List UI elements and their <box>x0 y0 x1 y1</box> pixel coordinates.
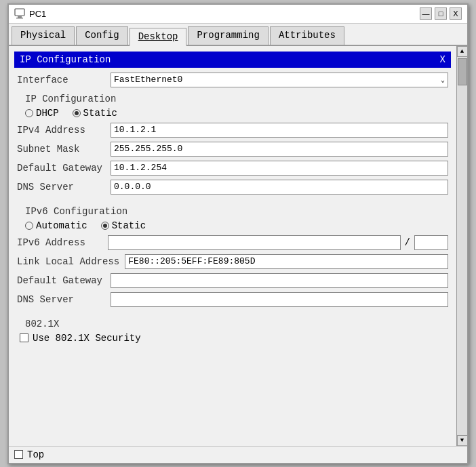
svg-rect-0 <box>15 9 24 16</box>
dns6-row: DNS Server <box>14 290 451 309</box>
pc-icon <box>14 8 25 19</box>
use-8021x-label: Use 802.1X Security <box>33 333 141 344</box>
interface-dropdown-arrow: ⌄ <box>441 76 445 84</box>
tab-desktop[interactable]: Desktop <box>130 28 187 46</box>
title-controls: — □ X <box>420 7 462 20</box>
section-ip-label: IP Configuration <box>14 89 451 106</box>
static6-radio[interactable]: Static <box>101 220 146 231</box>
interface-value: FastEthernet0 <box>114 75 182 85</box>
static6-label: Static <box>112 220 146 231</box>
use-8021x-row: Use 802.1X Security <box>14 331 451 346</box>
gateway-label: Default Gateway <box>17 163 105 174</box>
ip-config-close[interactable]: X <box>440 54 445 65</box>
ipv6-label: IPv6 Address <box>17 237 105 248</box>
dns-row: DNS Server <box>14 178 451 197</box>
static-radio-circle <box>73 109 81 117</box>
dhcp-radio[interactable]: DHCP <box>25 108 59 119</box>
section-ipv6-label: IPv6 Configuration <box>14 202 451 218</box>
ip-config-title: IP Configuration <box>20 54 111 65</box>
subnet-row: Subnet Mask <box>14 140 451 159</box>
interface-label: Interface <box>17 75 105 85</box>
use-8021x-checkbox[interactable] <box>20 333 28 342</box>
link-local-label: Link Local Address <box>17 256 119 267</box>
tab-bar: Physical Config Desktop Programming Attr… <box>9 24 467 46</box>
maximize-button[interactable]: □ <box>435 7 447 20</box>
tab-attributes[interactable]: Attributes <box>270 26 344 45</box>
main-area: IP Configuration X Interface FastEtherne… <box>9 46 456 446</box>
ipv4-input[interactable] <box>111 123 448 138</box>
top-checkbox[interactable] <box>14 450 23 459</box>
scroll-thumb[interactable] <box>458 58 467 85</box>
link-local-row: Link Local Address <box>14 252 451 271</box>
subnet-input[interactable] <box>111 142 448 157</box>
scroll-up-button[interactable]: ▲ <box>457 46 468 57</box>
dns-label: DNS Server <box>17 182 105 192</box>
minimize-button[interactable]: — <box>420 7 432 20</box>
dns6-label: DNS Server <box>17 294 105 305</box>
main-window: PC1 — □ X Physical Config Desktop Progra… <box>7 3 469 464</box>
tab-config[interactable]: Config <box>76 26 127 45</box>
gateway6-row: Default Gateway <box>14 271 451 290</box>
tab-programming[interactable]: Programming <box>188 26 268 45</box>
auto-label: Automatic <box>36 220 87 231</box>
gateway6-label: Default Gateway <box>17 275 105 286</box>
ipv6-mode-radio-row: Automatic Static <box>14 218 451 233</box>
ipv6-slash: / <box>403 237 412 248</box>
top-checkbox-label: Top <box>27 449 44 460</box>
scrollbar: ▲ ▼ <box>456 46 467 446</box>
dns6-input[interactable] <box>111 292 448 307</box>
ip-mode-radio-row: DHCP Static <box>14 106 451 121</box>
content-area: IP Configuration X Interface FastEtherne… <box>9 46 467 446</box>
interface-select[interactable]: FastEthernet0 ⌄ <box>111 73 448 87</box>
bottom-bar: Top <box>9 446 467 463</box>
static-label: Static <box>83 108 117 119</box>
title-bar: PC1 — □ X <box>9 5 467 24</box>
dhcp-radio-circle <box>25 109 33 117</box>
static-radio[interactable]: Static <box>73 108 117 119</box>
gateway6-input[interactable] <box>111 273 448 288</box>
title-bar-left: PC1 <box>14 8 46 19</box>
section-8021x-label: 802.1X <box>14 314 451 331</box>
dns-input[interactable] <box>111 180 448 195</box>
link-local-input[interactable] <box>125 254 448 269</box>
close-button[interactable]: X <box>450 7 462 20</box>
tab-physical[interactable]: Physical <box>12 26 75 45</box>
ipv6-input[interactable] <box>108 235 401 250</box>
ipv6-addr-row: IPv6 Address / <box>14 233 451 252</box>
auto-radio-circle <box>25 222 33 230</box>
ip-config-header: IP Configuration X <box>14 52 451 68</box>
svg-rect-2 <box>16 18 23 19</box>
window-title: PC1 <box>29 9 46 19</box>
ipv4-label: IPv4 Address <box>17 125 105 136</box>
subnet-label: Subnet Mask <box>17 144 105 155</box>
interface-row: Interface FastEthernet0 ⌄ <box>14 70 451 89</box>
ipv6-prefix-input[interactable] <box>414 235 448 250</box>
dhcp-label: DHCP <box>36 108 59 119</box>
ipv4-row: IPv4 Address <box>14 121 451 140</box>
static6-radio-circle <box>101 222 109 230</box>
gateway-input[interactable] <box>111 161 448 176</box>
gateway-row: Default Gateway <box>14 159 451 178</box>
svg-rect-1 <box>18 16 22 18</box>
scroll-down-button[interactable]: ▼ <box>457 435 468 446</box>
auto-radio[interactable]: Automatic <box>25 220 87 231</box>
